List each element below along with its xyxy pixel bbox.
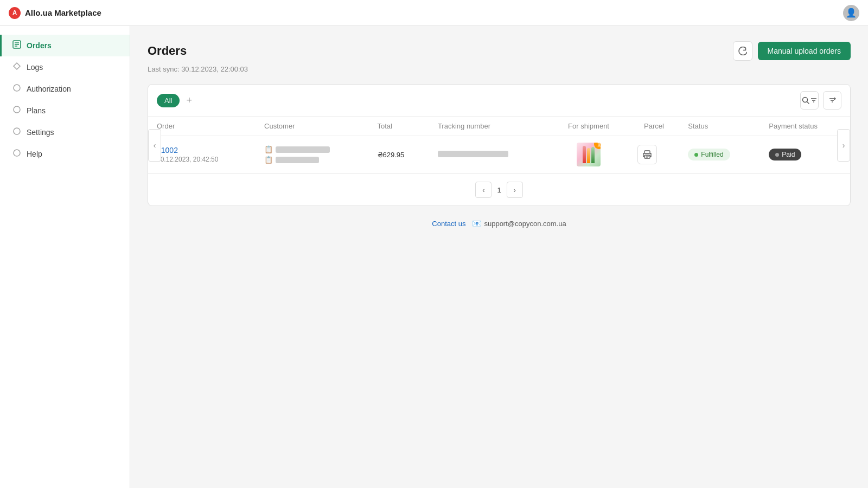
status-cell: Fulfilled (679, 136, 760, 174)
table-row: #1002 30.12.2023, 20:42:50 📋 📋 (148, 136, 850, 174)
search-icon (802, 97, 809, 104)
page-title: Orders (148, 44, 187, 58)
next-page-button[interactable]: › (507, 182, 523, 198)
customer-cell: 📋 📋 (256, 136, 368, 174)
order-cell: #1002 30.12.2023, 20:42:50 (148, 136, 256, 174)
sidebar-item-logs[interactable]: Logs (0, 56, 130, 78)
app-header: A Allo.ua Marketplace 👤 (0, 0, 868, 26)
manual-upload-button[interactable]: Manual upload orders (758, 42, 851, 60)
col-order: Order (148, 117, 256, 136)
page-header-actions: Manual upload orders (733, 41, 851, 61)
sidebar: Orders Logs Authorization (0, 26, 130, 488)
sidebar-item-plans[interactable]: Plans (0, 100, 130, 121)
parcel-cell (629, 136, 680, 174)
email-icon: 📧 (472, 219, 481, 228)
print-button[interactable] (637, 145, 657, 164)
sort-icon (828, 97, 836, 104)
sidebar-item-settings[interactable]: Settings (0, 121, 130, 143)
col-parcel: Parcel (629, 117, 680, 136)
status-label: Fulfilled (701, 151, 723, 158)
shipment-cell: 1 (549, 136, 629, 174)
orders-table: Order Customer Total Tracking number For… (148, 117, 850, 174)
filter-tabs: All + (157, 94, 195, 107)
tracking-number-blurred (438, 151, 508, 157)
orders-icon (12, 40, 21, 51)
filter-icon (810, 97, 817, 104)
sidebar-item-help[interactable]: Help (0, 143, 130, 165)
customer-name-blurred (276, 146, 330, 153)
footer-contact: Contact us 📧 support@copycon.com.ua (148, 219, 851, 228)
svg-point-4 (14, 85, 20, 91)
shipment-thumbnail[interactable]: 1 (577, 143, 601, 166)
settings-icon (12, 127, 21, 138)
sidebar-item-plans-label: Plans (27, 106, 46, 115)
col-shipment: For shipment (549, 117, 629, 136)
customer-id-blurred (276, 157, 319, 163)
user-avatar[interactable]: 👤 (843, 5, 859, 21)
contact-us-link[interactable]: Contact us (432, 220, 465, 228)
status-dot (694, 153, 698, 157)
col-total: Total (369, 117, 429, 136)
order-date: 30.12.2023, 20:42:50 (157, 156, 247, 163)
prev-page-button[interactable]: ‹ (475, 182, 492, 198)
authorization-icon (12, 84, 21, 94)
col-tracking: Tracking number (429, 117, 549, 136)
refresh-icon (738, 47, 747, 55)
svg-point-7 (14, 150, 20, 156)
copy-icon-1: 📋 (264, 145, 273, 153)
sidebar-item-help-label: Help (27, 150, 42, 158)
filter-actions (800, 91, 841, 110)
search-filter-button[interactable] (800, 91, 819, 110)
payment-dot (775, 153, 779, 157)
support-email-text: support@copycon.com.ua (484, 220, 566, 228)
logs-icon (12, 62, 21, 73)
refresh-button[interactable] (733, 41, 752, 61)
svg-rect-17 (644, 155, 650, 158)
svg-line-9 (807, 102, 809, 104)
last-sync-text: Last sync: 30.12.2023, 22:00:03 (148, 65, 851, 73)
sidebar-item-orders[interactable]: Orders (0, 35, 130, 56)
scroll-right-arrow[interactable]: › (837, 129, 850, 162)
support-email-area: 📧 support@copycon.com.ua (472, 219, 566, 228)
svg-point-5 (14, 106, 20, 113)
help-icon (12, 149, 21, 159)
col-status: Status (679, 117, 760, 136)
filters-bar: All + (148, 85, 850, 117)
svg-point-6 (14, 128, 20, 134)
page-header: Orders Manual upload orders (148, 41, 851, 61)
sidebar-item-orders-label: Orders (27, 41, 52, 50)
orders-panel: All + (148, 84, 851, 206)
status-badge: Fulfilled (688, 149, 730, 160)
pagination: ‹ 1 › (148, 174, 850, 206)
plans-icon (12, 105, 21, 116)
svg-rect-16 (644, 151, 650, 153)
sidebar-item-logs-label: Logs (27, 63, 43, 72)
payment-label: Paid (782, 151, 795, 158)
filter-add-button[interactable]: + (183, 94, 195, 107)
sidebar-item-settings-label: Settings (27, 128, 54, 137)
payment-badge: Paid (769, 149, 801, 160)
sidebar-item-authorization-label: Authorization (27, 85, 71, 93)
printer-icon (643, 150, 652, 159)
app-title: Allo.ua Marketplace (25, 8, 101, 17)
main-content: Orders Manual upload orders Last sync: 3… (130, 26, 868, 488)
filter-tab-all[interactable]: All (157, 94, 180, 107)
current-page-number: 1 (495, 186, 503, 194)
total-cell: ₴629.95 (369, 136, 429, 174)
sort-button[interactable] (823, 91, 841, 110)
copy-icon-2: 📋 (264, 156, 273, 164)
sidebar-item-authorization[interactable]: Authorization (0, 78, 130, 100)
app-logo-icon: A (9, 7, 21, 19)
tracking-cell (429, 136, 549, 174)
app-logo-area: A Allo.ua Marketplace (9, 7, 101, 19)
scroll-left-arrow[interactable]: ‹ (148, 129, 161, 162)
col-customer: Customer (256, 117, 368, 136)
